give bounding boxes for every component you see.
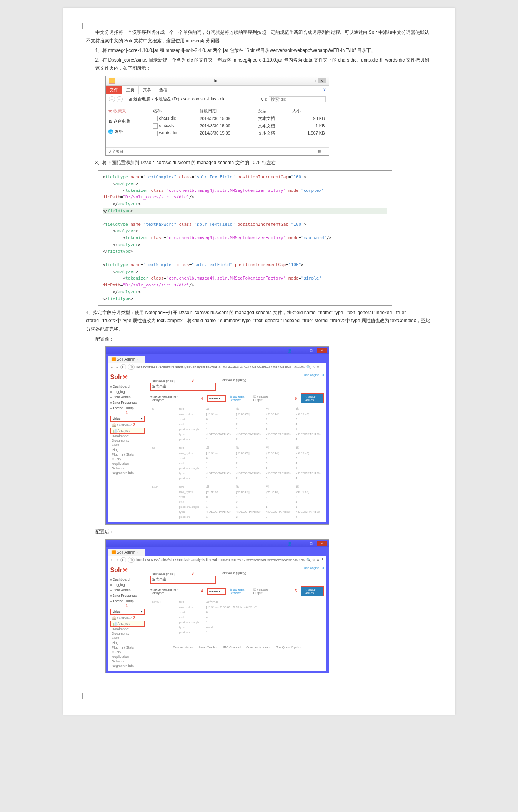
schema-browser-link[interactable]: ⊕ Schema Browser [230,588,250,595]
close-icon[interactable]: × [317,541,327,546]
tab-home[interactable]: 主页 [122,86,139,94]
menu-java[interactable]: Java Properties [110,593,145,598]
max-icon[interactable]: □ [306,541,316,546]
side-network[interactable]: 🌐 网络 [108,128,147,135]
syntax-link[interactable]: Solr Query Syntax [276,646,301,649]
sub-plugins[interactable]: Plugins / Stats [110,645,145,650]
maximize-icon[interactable]: □ [313,78,316,83]
sub-ping[interactable]: Ping [110,448,145,452]
sub-overview[interactable]: 🏠 Overview 2 [110,616,145,621]
sub-replication[interactable]: Replication [110,654,145,659]
browser-tab[interactable]: 🟧 Solr Admin × [108,356,145,363]
nav-back-icon[interactable]: ← [110,365,114,369]
menu-dashboard[interactable]: Dashboard [110,384,145,389]
field-index-label: Field Value (Index) 3 [150,378,216,383]
sub-segments[interactable]: Segments info [110,471,145,475]
minimize-icon[interactable]: — [306,78,311,83]
sub-analysis[interactable]: 📊 Analysis [110,428,145,434]
url-bar[interactable]: localhost:8983/solr/#/sirius/analysis?an… [136,558,305,562]
info-icon[interactable]: ⓘ [128,364,135,370]
close-icon[interactable]: × [318,78,325,83]
back-icon[interactable]: ← [109,96,115,102]
sub-documents[interactable]: Documents [110,438,145,443]
side-favorites[interactable]: ★ 收藏夹 [108,107,147,115]
tab-share[interactable]: 共享 [139,86,155,94]
file-explorer: dic — □ × 文件 主页 共享 查看 ? ← → ↑ 🖥 这台电脑 › 本… [105,76,329,156]
field-index-input[interactable]: 极光画廊 [150,383,216,391]
menu-thread[interactable]: Thread Dump [110,598,145,604]
sub-query[interactable]: Query [110,650,145,654]
fieldtype-select[interactable]: name ▾ [207,588,226,595]
num-1: 1 [126,604,145,608]
user-icon[interactable]: 👤 [285,348,295,353]
field-query-input[interactable] [220,575,285,582]
analysis-table-after: MMSTtext极光画廊 raw_bytes[e9 9f ac e5 85 89… [150,599,324,635]
original-ui-link[interactable]: Use original UI [150,373,324,377]
reload-icon[interactable]: C [120,364,127,369]
file-row[interactable]: chars.dic2014/3/30 15:09文本文档93 KB [152,115,326,122]
analyse-button[interactable]: Analyse Values [301,586,324,596]
menu-core-admin[interactable]: Core Admin [110,587,145,593]
core-selector[interactable]: sirius [110,416,145,422]
nav-fwd-icon[interactable]: → [115,365,119,369]
menu-thread[interactable]: Thread Dump [110,405,145,411]
file-row[interactable]: words.dic2014/3/30 15:09文本文档1,567 KB [152,130,326,137]
fwd-icon[interactable]: → [117,96,123,102]
sub-plugins[interactable]: Plugins / Stats [110,452,145,457]
sub-ping[interactable]: Ping [110,641,145,645]
schema-browser-link[interactable]: ⊕ Schema Browser [230,395,250,402]
field-query-input[interactable] [220,382,285,389]
url-bar[interactable]: localhost:8983/solr/#/sirius/analysis?an… [136,365,305,369]
menu-java[interactable]: Java Properties [110,400,145,405]
sub-files[interactable]: Files [110,636,145,641]
file-icon [153,123,158,129]
sub-files[interactable]: Files [110,443,145,448]
sub-dataimport[interactable]: Dataimport [110,434,145,438]
doc-link[interactable]: Documentation [173,646,194,649]
search-icon[interactable]: 🔍 [306,365,311,369]
nav-fwd-icon[interactable]: → [115,558,119,562]
min-icon[interactable]: — [296,541,306,546]
field-index-input[interactable]: 极光画廊 [150,576,216,584]
file-row[interactable]: units.dic2014/3/30 15:09文本文档1 KB [152,122,326,130]
fieldtype-select[interactable]: name ▾ [207,395,226,402]
menu-dashboard[interactable]: Dashboard [110,577,145,582]
tab-file[interactable]: 文件 [106,86,122,94]
close-icon[interactable]: × [317,348,327,353]
original-ui-link[interactable]: Use original UI [150,566,324,570]
sub-schema[interactable]: Schema [110,466,145,471]
side-pc[interactable]: 🖥 这台电脑 [108,118,147,125]
sub-documents[interactable]: Documents [110,631,145,636]
sub-schema[interactable]: Schema [110,659,145,664]
sub-analysis[interactable]: 📊 Analysis [110,621,145,627]
sub-dataimport[interactable]: Dataimport [110,627,145,631]
search-icon[interactable]: 🔍 [306,558,311,562]
code-block: <fieldtype name="textComplex" class="sol… [98,170,392,306]
min-icon[interactable]: — [296,348,306,353]
nav-back-icon[interactable]: ← [110,558,114,562]
up-icon[interactable]: ↑ [124,97,127,102]
issue-link[interactable]: Issue Tracker [199,646,218,649]
user-icon[interactable]: 👤 [285,541,295,546]
tab-view[interactable]: 查看 [155,86,172,94]
core-selector[interactable]: sirius [110,609,145,615]
breadcrumb[interactable]: 这台电脑 › 本地磁盘 (D:) › solr_cores › sirius ›… [133,96,225,102]
sub-segments[interactable]: Segments info [110,664,145,668]
irc-link[interactable]: IRC Channel [223,646,241,649]
menu-logging[interactable]: Logging [110,389,145,394]
solr-logo: Solr☀ [110,373,145,381]
sub-overview[interactable]: 🏠 Overview 2 [110,423,145,428]
max-icon[interactable]: □ [306,348,316,353]
menu-core-admin[interactable]: Core Admin [110,394,145,400]
reload-icon[interactable]: C [120,557,127,562]
sub-query[interactable]: Query [110,457,145,461]
analysis-table: STtext极光画廊 raw_bytes[e9 9f ac][e5 85 89]… [150,406,324,520]
sub-replication[interactable]: Replication [110,461,145,466]
forum-link[interactable]: Community forum [246,646,270,649]
browser-tab[interactable]: 🟧 Solr Admin × [108,549,145,556]
search-input[interactable] [269,96,326,102]
help-icon[interactable]: ? [320,86,328,94]
menu-logging[interactable]: Logging [110,582,145,587]
analyse-button[interactable]: Analyse Values [301,393,324,403]
info-icon[interactable]: ⓘ [128,557,135,563]
